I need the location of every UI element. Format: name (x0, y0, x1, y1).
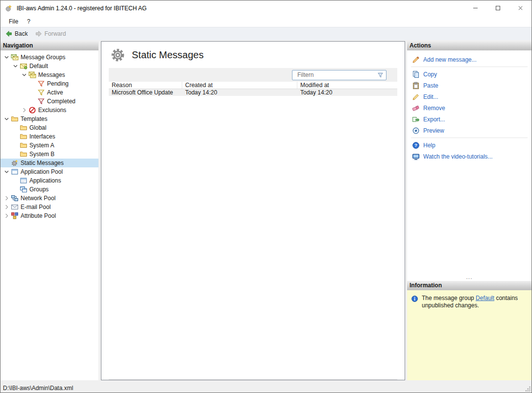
titlebar: IBI-aws Admin 1.24.0 - registered for IB… (0, 0, 532, 16)
tree-item-completed[interactable]: Completed (0, 97, 98, 106)
minimize-button[interactable] (464, 0, 486, 16)
forward-button[interactable]: Forward (35, 30, 66, 38)
tree-item-active[interactable]: Active (0, 88, 98, 97)
actions-separator (411, 138, 528, 138)
column-header-reason[interactable]: Reason (109, 82, 182, 89)
action-preview[interactable]: Preview (407, 125, 532, 136)
chevron-down-icon[interactable] (11, 63, 20, 69)
applications-icon (20, 177, 27, 185)
filter-pending-icon (37, 80, 45, 88)
tree-item-label: Applications (29, 177, 63, 184)
info-icon (411, 295, 418, 302)
action-label: Watch the video-tutorials... (423, 153, 493, 160)
preview-icon (412, 127, 420, 135)
column-header-created-at[interactable]: Created at (182, 82, 297, 89)
expander-spacer (11, 133, 20, 140)
tree-item-application-pool[interactable]: Application Pool (0, 167, 98, 176)
tree-item-label: Global (29, 124, 48, 131)
tree-item-label: Application Pool (21, 168, 65, 175)
action-export[interactable]: Export... (407, 114, 532, 125)
table-cell: Today 14:20 (297, 89, 397, 96)
tree-item-label: Exclusions (38, 107, 68, 114)
network-pool-icon (11, 194, 19, 202)
paste-icon (412, 82, 420, 90)
forward-icon (35, 30, 43, 38)
chevron-right-icon[interactable] (20, 107, 28, 114)
actions-list: Add new message...CopyPasteEdit...Remove… (407, 50, 532, 162)
expander-spacer (11, 186, 20, 193)
filter-funnel-icon[interactable] (377, 71, 384, 79)
action-paste[interactable]: Paste (407, 80, 532, 91)
tree-item-label: Templates (21, 116, 49, 122)
tree-item-interfaces[interactable]: Interfaces (0, 132, 98, 141)
action-help[interactable]: ?Help (407, 139, 532, 151)
action-remove[interactable]: Remove (407, 102, 532, 114)
chevron-right-icon[interactable] (2, 212, 11, 219)
resize-grip-icon[interactable] (524, 385, 531, 392)
tree-item-attribute-pool[interactable]: Attribute Pool (0, 211, 98, 220)
action-watch-the-video-tutorials[interactable]: Watch the video-tutorials... (407, 151, 532, 162)
menu-help[interactable]: ? (23, 17, 35, 26)
tree-item-groups[interactable]: Groups (0, 185, 98, 194)
tree-item-system-a[interactable]: System A (0, 141, 98, 150)
info-message: The message group Default contains unpub… (422, 295, 528, 309)
action-copy[interactable]: Copy (407, 69, 532, 80)
tree-item-label: Groups (29, 186, 50, 193)
default-group-link[interactable]: Default (476, 295, 494, 301)
tree-item-label: System B (29, 151, 56, 158)
tree-item-label: Messages (38, 71, 67, 78)
action-label: Help (423, 142, 435, 149)
tree-item-network-pool[interactable]: Network Pool (0, 194, 98, 203)
tree-item-templates[interactable]: Templates (0, 115, 98, 123)
action-label: Copy (423, 71, 437, 78)
action-label: Preview (423, 127, 444, 134)
minimize-icon (472, 5, 479, 11)
main-panel: Static Messages ReasonCreated atModified… (101, 41, 405, 380)
tree-item-static-messages[interactable]: Static Messages (0, 159, 98, 167)
navigation-tree: Message GroupsDefaultMessagesPendingActi… (0, 50, 98, 380)
help-icon: ? (412, 141, 420, 149)
filter-input[interactable] (293, 71, 377, 78)
chevron-down-icon[interactable] (2, 168, 11, 175)
chevron-right-icon[interactable] (2, 195, 11, 202)
tree-item-label: Default (29, 63, 50, 69)
tree-item-global[interactable]: Global (0, 123, 98, 132)
tree-item-pending[interactable]: Pending (0, 79, 98, 88)
action-add-new-message[interactable]: Add new message... (407, 54, 532, 65)
chevron-right-icon[interactable] (2, 204, 11, 210)
action-label: Export... (423, 116, 445, 123)
tree-item-label: Attribute Pool (21, 212, 58, 219)
table-row[interactable]: Microsoft Office UpdateToday 14:20Today … (109, 89, 397, 96)
chevron-down-icon[interactable] (2, 116, 11, 122)
edit-icon (412, 93, 420, 101)
filter-box (292, 70, 387, 80)
email-pool-icon (11, 203, 19, 211)
folder-icon (20, 150, 27, 158)
close-button[interactable] (509, 0, 532, 16)
back-button[interactable]: Back (5, 30, 28, 38)
action-label: Remove (423, 105, 445, 112)
expander-spacer (29, 89, 37, 96)
tree-item-messages[interactable]: Messages (0, 70, 98, 79)
panel-splitter[interactable]: ... (407, 275, 532, 281)
tree-item-exclusions[interactable]: Exclusions (0, 106, 98, 115)
chevron-down-icon[interactable] (20, 71, 28, 78)
chevron-down-icon[interactable] (2, 54, 11, 61)
menu-file[interactable]: File (4, 17, 23, 26)
action-label: Edit... (423, 93, 438, 100)
tree-item-applications[interactable]: Applications (0, 176, 98, 185)
application-pool-icon (11, 168, 19, 176)
tree-item-system-b[interactable]: System B (0, 150, 98, 159)
maximize-button[interactable] (486, 0, 509, 16)
folder-icon (11, 115, 19, 123)
window-title: IBI-aws Admin 1.24.0 - registered for IB… (17, 5, 146, 12)
table-body: ReasonCreated atModified atMicrosoft Off… (109, 82, 397, 96)
tree-item-e-mail-pool[interactable]: E-mail Pool (0, 203, 98, 211)
tree-item-message-groups[interactable]: Message Groups (0, 53, 98, 62)
table-cell: Today 14:20 (182, 89, 297, 96)
tree-item-label: E-mail Pool (21, 204, 52, 210)
table-header-row: ReasonCreated atModified at (109, 82, 397, 89)
action-edit[interactable]: Edit... (407, 91, 532, 102)
column-header-modified-at[interactable]: Modified at (297, 82, 397, 89)
tree-item-default[interactable]: Default (0, 62, 98, 70)
